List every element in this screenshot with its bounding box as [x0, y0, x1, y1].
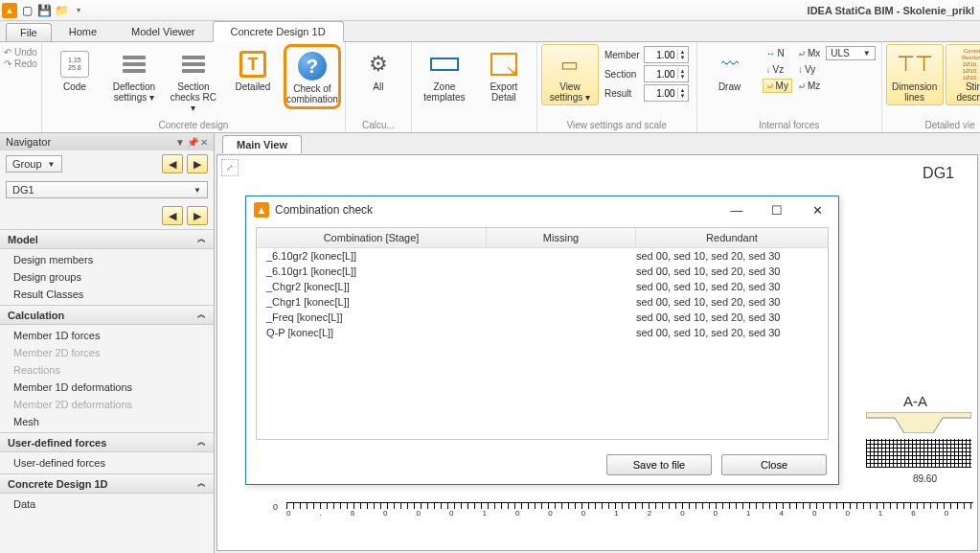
col-combination[interactable]: Combination [Stage] [257, 228, 487, 247]
nav-member-2d-forces: Member 2D forces [0, 344, 214, 361]
save-icon[interactable]: 💾 [36, 3, 52, 18]
tab-home[interactable]: Home [52, 22, 114, 41]
tab-concrete-design-1d[interactable]: Concrete Design 1D [213, 21, 344, 42]
nav-prev-button[interactable]: ◀ [162, 154, 183, 173]
scale-grid: Member ▲▼ Section ▲▼ Result ▲▼ [601, 44, 693, 104]
group-detailed-view: ⊤⊤ Dimension lines Concrete C3Reinforcem… [882, 42, 980, 132]
spin-result[interactable]: ▲▼ [644, 84, 689, 102]
dialog-titlebar[interactable]: ▲ Combination check — ☐ ✕ [246, 196, 838, 223]
section-aa-label: A-A [903, 393, 927, 409]
stirrup-description-button[interactable]: Concrete C3Reinforcemen2Ø16, stands1Ø10,… [946, 44, 980, 105]
table-row[interactable]: _Freq [konec[L]]sed 00, sed 10, sed 20, … [257, 310, 828, 325]
moment-mz[interactable]: ⤾Mz [794, 79, 824, 93]
nav-member-1d-deformations[interactable]: Member 1D deformations [0, 379, 214, 396]
group-view-settings: ▭ View settings ▾ Member ▲▼ Section ▲▼ R… [537, 42, 697, 132]
minimize-button[interactable]: — [723, 203, 750, 218]
expand-icon[interactable]: ⤢ [221, 159, 239, 176]
check-of-combination-button[interactable]: ? Check of combination [284, 44, 341, 109]
nav-member-2d-deformations: Member 2D deformations [0, 396, 214, 413]
tab-strip: File Home Model Viewer Concrete Design 1… [0, 21, 980, 42]
group-internal-forces: 〰 Draw ↔N ⤾Mx ULS▼ ↓Vz ↓Vy ⤾My ⤾Mz Inter… [697, 42, 882, 132]
folder-icon[interactable]: 📁 [54, 3, 69, 18]
zone-templates-button[interactable]: Zone templates [416, 44, 473, 105]
spin-member[interactable]: ▲▼ [644, 46, 689, 63]
spin-section[interactable]: ▲▼ [644, 65, 689, 82]
code-button[interactable]: 1.1525.8 Code [46, 44, 103, 95]
label-section: Section [604, 69, 640, 80]
nav-dropdown-icon[interactable]: ▼ [175, 137, 185, 148]
section-calculation[interactable]: Calculation︽ [0, 305, 214, 325]
redo-button[interactable]: ↷Redo [4, 58, 37, 69]
navigator-panel: Navigator ▼📌✕ Group▼ ◀ ▶ DG1▼ ◀ ▶ Model︽… [0, 133, 215, 553]
app-title: IDEA StatiCa BIM - Skolenie_prikl [808, 5, 980, 16]
group-export: Zone templates Export Detail [412, 42, 537, 132]
ruler: 0.80001000120014001600180020002200240026… [286, 502, 973, 519]
question-icon: ? [298, 52, 327, 81]
save-to-file-button[interactable]: Save to file [606, 454, 712, 475]
zone-icon [430, 58, 459, 71]
nav-reactions: Reactions [0, 361, 214, 379]
tab-file[interactable]: File [6, 23, 52, 41]
nav-prev2-button[interactable]: ◀ [162, 206, 183, 225]
maximize-button[interactable]: ☐ [763, 203, 790, 218]
table-row[interactable]: _Chgr2 [konec[L]]sed 00, sed 10, sed 20,… [257, 279, 828, 294]
label-result: Result [604, 88, 640, 99]
detailed-button[interactable]: T Detailed [224, 44, 282, 95]
group-concrete-design: 1.1525.8 Code Deflection settings ▾ Sect… [42, 42, 346, 132]
moment-my[interactable]: ⤾My [763, 79, 792, 93]
tab-main-view[interactable]: Main View [222, 135, 302, 153]
deflection-icon [123, 56, 146, 73]
dg-combo[interactable]: DG1▼ [6, 181, 208, 198]
all-button[interactable]: ⚙ All [350, 44, 407, 95]
nav-data[interactable]: Data [0, 495, 214, 513]
table-row[interactable]: _6.10gr2 [konec[L]]sed 00, sed 10, sed 2… [257, 248, 828, 264]
section-checks-button[interactable]: Section checks RC ▾ [165, 44, 222, 116]
dg-label: DG1 [923, 165, 954, 182]
table-row[interactable]: _Chgr1 [konec[L]]sed 00, sed 10, sed 20,… [257, 294, 828, 310]
close-button[interactable]: Close [721, 454, 827, 475]
force-vy[interactable]: ↓Vy [794, 62, 824, 77]
export-detail-button[interactable]: Export Detail [475, 44, 533, 105]
nav-member-1d-forces[interactable]: Member 1D forces [0, 327, 214, 344]
ribbon: ↶Undo ↷Redo 1.1525.8 Code Deflection set… [0, 42, 980, 133]
nav-design-members[interactable]: Design members [0, 251, 214, 268]
nav-pin-icon[interactable]: 📌 [187, 137, 198, 148]
nav-design-groups[interactable]: Design groups [0, 268, 214, 286]
table-row[interactable]: _6.10gr1 [konec[L]]sed 00, sed 10, sed 2… [257, 264, 828, 279]
group-label-calc: Calcu... [362, 119, 395, 132]
section-concrete-design-1d[interactable]: Concrete Design 1D︽ [0, 473, 214, 494]
nav-result-classes[interactable]: Result Classes [0, 286, 214, 303]
nav-mesh[interactable]: Mesh [0, 413, 214, 430]
ruler-origin: 0 [273, 502, 278, 512]
nav-close-icon[interactable]: ✕ [200, 137, 208, 148]
tab-model-viewer[interactable]: Model Viewer [114, 22, 212, 41]
draw-button[interactable]: 〰 Draw [701, 44, 759, 95]
table-row[interactable]: Q-P [konec[L]]sed 00, sed 10, sed 20, se… [257, 325, 828, 340]
moment-mx[interactable]: ⤾Mx [794, 46, 824, 60]
section-model[interactable]: Model︽ [0, 229, 214, 249]
force-vz[interactable]: ↓Vz [763, 62, 792, 77]
nav-udf-item[interactable]: User-defined forces [0, 454, 214, 472]
section-user-defined-forces[interactable]: User-defined forces︽ [0, 432, 214, 452]
group-combo[interactable]: Group▼ [6, 155, 62, 173]
col-missing[interactable]: Missing [487, 228, 636, 247]
col-redundant[interactable]: Redundant [636, 228, 828, 247]
uls-select[interactable]: ULS▼ [826, 46, 875, 60]
dimension-lines-icon: ⊤⊤ [900, 49, 930, 80]
dimension-value: 89.60 [913, 473, 937, 484]
dimension-lines-button[interactable]: ⊤⊤ Dimension lines [886, 44, 944, 105]
nav-next2-button[interactable]: ▶ [187, 206, 208, 225]
qat-dropdown[interactable]: ▾ [71, 3, 86, 18]
new-icon[interactable]: ▢ [19, 3, 34, 18]
undo-redo-group: ↶Undo ↷Redo [0, 42, 42, 132]
group-label-view: View settings and scale [567, 119, 667, 132]
view-settings-button[interactable]: ▭ View settings ▾ [541, 44, 599, 105]
deflection-settings-button[interactable]: Deflection settings ▾ [105, 44, 163, 105]
force-n[interactable]: ↔N [763, 46, 792, 60]
undo-button[interactable]: ↶Undo [4, 47, 37, 58]
group-label-internal-forces: Internal forces [759, 119, 819, 132]
close-x-button[interactable]: ✕ [804, 203, 831, 218]
nav-next-button[interactable]: ▶ [187, 154, 208, 173]
group-label-export [473, 119, 476, 132]
stirrup-icon: Concrete C3Reinforcemen2Ø16, stands1Ø10,… [965, 49, 980, 80]
